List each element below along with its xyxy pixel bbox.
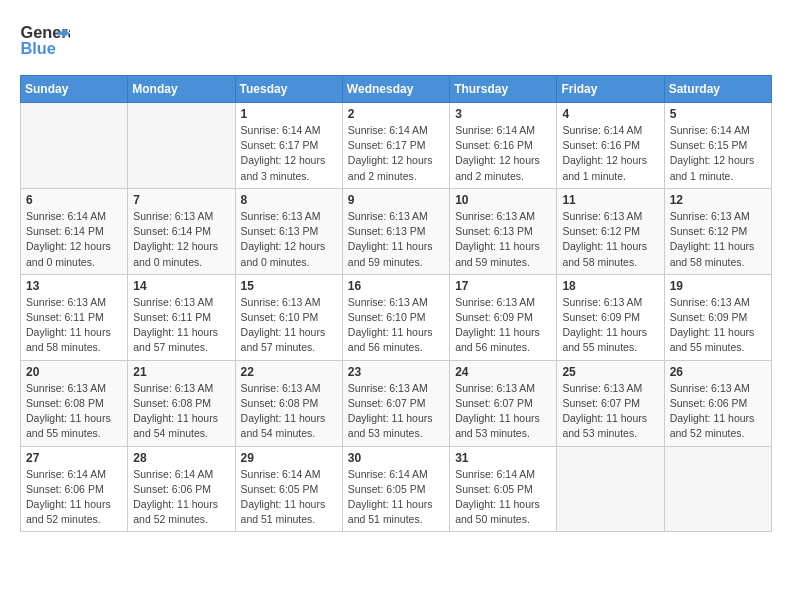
day-number: 29 — [241, 451, 337, 465]
calendar-cell: 30Sunrise: 6:14 AMSunset: 6:05 PMDayligh… — [342, 446, 449, 532]
calendar-week-4: 20Sunrise: 6:13 AMSunset: 6:08 PMDayligh… — [21, 360, 772, 446]
day-number: 20 — [26, 365, 122, 379]
logo: General Blue — [20, 20, 70, 65]
day-number: 6 — [26, 193, 122, 207]
calendar-cell: 24Sunrise: 6:13 AMSunset: 6:07 PMDayligh… — [450, 360, 557, 446]
day-number: 5 — [670, 107, 766, 121]
calendar-cell: 18Sunrise: 6:13 AMSunset: 6:09 PMDayligh… — [557, 274, 664, 360]
calendar-cell: 20Sunrise: 6:13 AMSunset: 6:08 PMDayligh… — [21, 360, 128, 446]
day-number: 23 — [348, 365, 444, 379]
calendar-cell: 19Sunrise: 6:13 AMSunset: 6:09 PMDayligh… — [664, 274, 771, 360]
day-number: 4 — [562, 107, 658, 121]
calendar-week-5: 27Sunrise: 6:14 AMSunset: 6:06 PMDayligh… — [21, 446, 772, 532]
day-info: Sunrise: 6:13 AMSunset: 6:09 PMDaylight:… — [562, 295, 658, 356]
svg-text:Blue: Blue — [20, 39, 55, 57]
calendar-header-row: SundayMondayTuesdayWednesdayThursdayFrid… — [21, 76, 772, 103]
day-info: Sunrise: 6:13 AMSunset: 6:12 PMDaylight:… — [670, 209, 766, 270]
calendar-cell: 9Sunrise: 6:13 AMSunset: 6:13 PMDaylight… — [342, 188, 449, 274]
page-header: General Blue — [20, 20, 772, 65]
day-info: Sunrise: 6:14 AMSunset: 6:05 PMDaylight:… — [455, 467, 551, 528]
day-number: 12 — [670, 193, 766, 207]
day-info: Sunrise: 6:13 AMSunset: 6:12 PMDaylight:… — [562, 209, 658, 270]
day-number: 16 — [348, 279, 444, 293]
day-number: 14 — [133, 279, 229, 293]
day-number: 8 — [241, 193, 337, 207]
calendar-week-1: 1Sunrise: 6:14 AMSunset: 6:17 PMDaylight… — [21, 103, 772, 189]
day-number: 25 — [562, 365, 658, 379]
day-number: 10 — [455, 193, 551, 207]
calendar-cell: 16Sunrise: 6:13 AMSunset: 6:10 PMDayligh… — [342, 274, 449, 360]
calendar-cell: 23Sunrise: 6:13 AMSunset: 6:07 PMDayligh… — [342, 360, 449, 446]
day-info: Sunrise: 6:13 AMSunset: 6:08 PMDaylight:… — [26, 381, 122, 442]
header-day-sunday: Sunday — [21, 76, 128, 103]
day-info: Sunrise: 6:13 AMSunset: 6:11 PMDaylight:… — [26, 295, 122, 356]
calendar-table: SundayMondayTuesdayWednesdayThursdayFrid… — [20, 75, 772, 532]
day-info: Sunrise: 6:13 AMSunset: 6:08 PMDaylight:… — [133, 381, 229, 442]
header-day-wednesday: Wednesday — [342, 76, 449, 103]
day-number: 21 — [133, 365, 229, 379]
day-info: Sunrise: 6:14 AMSunset: 6:05 PMDaylight:… — [348, 467, 444, 528]
day-number: 27 — [26, 451, 122, 465]
day-info: Sunrise: 6:14 AMSunset: 6:16 PMDaylight:… — [562, 123, 658, 184]
day-info: Sunrise: 6:14 AMSunset: 6:06 PMDaylight:… — [133, 467, 229, 528]
day-number: 30 — [348, 451, 444, 465]
day-info: Sunrise: 6:14 AMSunset: 6:17 PMDaylight:… — [241, 123, 337, 184]
calendar-cell — [128, 103, 235, 189]
calendar-cell: 29Sunrise: 6:14 AMSunset: 6:05 PMDayligh… — [235, 446, 342, 532]
calendar-cell: 6Sunrise: 6:14 AMSunset: 6:14 PMDaylight… — [21, 188, 128, 274]
day-info: Sunrise: 6:13 AMSunset: 6:13 PMDaylight:… — [348, 209, 444, 270]
header-day-monday: Monday — [128, 76, 235, 103]
day-info: Sunrise: 6:13 AMSunset: 6:07 PMDaylight:… — [348, 381, 444, 442]
day-info: Sunrise: 6:13 AMSunset: 6:14 PMDaylight:… — [133, 209, 229, 270]
calendar-cell: 8Sunrise: 6:13 AMSunset: 6:13 PMDaylight… — [235, 188, 342, 274]
calendar-cell: 11Sunrise: 6:13 AMSunset: 6:12 PMDayligh… — [557, 188, 664, 274]
calendar-cell: 7Sunrise: 6:13 AMSunset: 6:14 PMDaylight… — [128, 188, 235, 274]
calendar-cell: 13Sunrise: 6:13 AMSunset: 6:11 PMDayligh… — [21, 274, 128, 360]
day-number: 9 — [348, 193, 444, 207]
day-info: Sunrise: 6:13 AMSunset: 6:11 PMDaylight:… — [133, 295, 229, 356]
day-number: 19 — [670, 279, 766, 293]
day-info: Sunrise: 6:14 AMSunset: 6:15 PMDaylight:… — [670, 123, 766, 184]
calendar-week-2: 6Sunrise: 6:14 AMSunset: 6:14 PMDaylight… — [21, 188, 772, 274]
day-info: Sunrise: 6:13 AMSunset: 6:08 PMDaylight:… — [241, 381, 337, 442]
day-number: 18 — [562, 279, 658, 293]
day-info: Sunrise: 6:14 AMSunset: 6:06 PMDaylight:… — [26, 467, 122, 528]
day-number: 2 — [348, 107, 444, 121]
day-info: Sunrise: 6:13 AMSunset: 6:09 PMDaylight:… — [455, 295, 551, 356]
day-info: Sunrise: 6:14 AMSunset: 6:17 PMDaylight:… — [348, 123, 444, 184]
calendar-cell: 17Sunrise: 6:13 AMSunset: 6:09 PMDayligh… — [450, 274, 557, 360]
calendar-cell: 15Sunrise: 6:13 AMSunset: 6:10 PMDayligh… — [235, 274, 342, 360]
day-number: 1 — [241, 107, 337, 121]
day-info: Sunrise: 6:14 AMSunset: 6:16 PMDaylight:… — [455, 123, 551, 184]
day-info: Sunrise: 6:13 AMSunset: 6:10 PMDaylight:… — [348, 295, 444, 356]
day-number: 11 — [562, 193, 658, 207]
calendar-cell: 10Sunrise: 6:13 AMSunset: 6:13 PMDayligh… — [450, 188, 557, 274]
calendar-cell — [21, 103, 128, 189]
day-info: Sunrise: 6:13 AMSunset: 6:13 PMDaylight:… — [455, 209, 551, 270]
day-info: Sunrise: 6:13 AMSunset: 6:07 PMDaylight:… — [455, 381, 551, 442]
calendar-cell: 1Sunrise: 6:14 AMSunset: 6:17 PMDaylight… — [235, 103, 342, 189]
day-info: Sunrise: 6:13 AMSunset: 6:07 PMDaylight:… — [562, 381, 658, 442]
day-info: Sunrise: 6:14 AMSunset: 6:05 PMDaylight:… — [241, 467, 337, 528]
calendar-cell: 28Sunrise: 6:14 AMSunset: 6:06 PMDayligh… — [128, 446, 235, 532]
calendar-cell: 12Sunrise: 6:13 AMSunset: 6:12 PMDayligh… — [664, 188, 771, 274]
header-day-tuesday: Tuesday — [235, 76, 342, 103]
day-number: 24 — [455, 365, 551, 379]
day-info: Sunrise: 6:13 AMSunset: 6:09 PMDaylight:… — [670, 295, 766, 356]
calendar-cell: 4Sunrise: 6:14 AMSunset: 6:16 PMDaylight… — [557, 103, 664, 189]
day-info: Sunrise: 6:13 AMSunset: 6:13 PMDaylight:… — [241, 209, 337, 270]
day-number: 13 — [26, 279, 122, 293]
day-info: Sunrise: 6:14 AMSunset: 6:14 PMDaylight:… — [26, 209, 122, 270]
day-number: 15 — [241, 279, 337, 293]
day-number: 17 — [455, 279, 551, 293]
calendar-cell: 21Sunrise: 6:13 AMSunset: 6:08 PMDayligh… — [128, 360, 235, 446]
day-number: 3 — [455, 107, 551, 121]
header-day-friday: Friday — [557, 76, 664, 103]
header-day-saturday: Saturday — [664, 76, 771, 103]
calendar-cell — [664, 446, 771, 532]
day-number: 31 — [455, 451, 551, 465]
logo-svg: General Blue — [20, 20, 70, 65]
calendar-cell: 5Sunrise: 6:14 AMSunset: 6:15 PMDaylight… — [664, 103, 771, 189]
day-info: Sunrise: 6:13 AMSunset: 6:06 PMDaylight:… — [670, 381, 766, 442]
day-number: 28 — [133, 451, 229, 465]
